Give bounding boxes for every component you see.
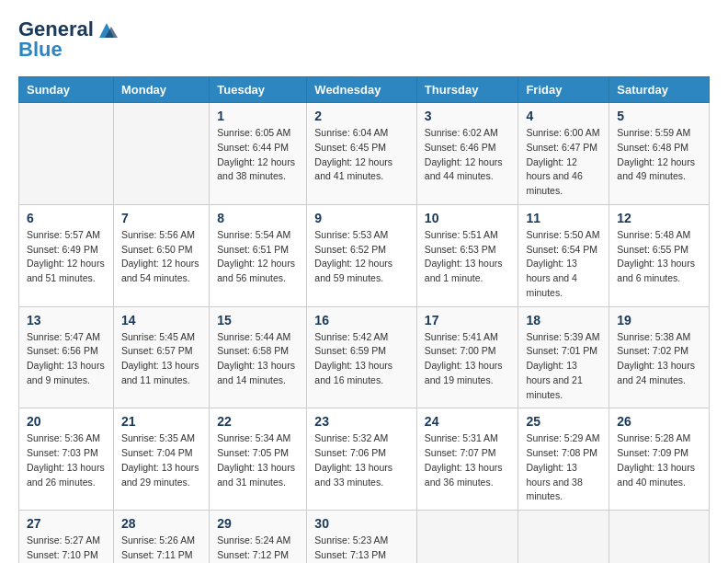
day-details: Sunrise: 5:23 AMSunset: 7:13 PMDaylight:… [314, 534, 409, 563]
day-cell [19, 103, 114, 205]
day-number: 14 [121, 313, 201, 327]
day-details: Sunrise: 5:59 AMSunset: 6:48 PMDaylight:… [617, 126, 701, 184]
day-number: 7 [121, 211, 201, 225]
header-day-saturday: Saturday [609, 77, 710, 103]
day-details: Sunrise: 5:27 AMSunset: 7:10 PMDaylight:… [27, 534, 106, 563]
day-details: Sunrise: 5:47 AMSunset: 6:56 PMDaylight:… [27, 330, 106, 388]
day-cell: 29Sunrise: 5:24 AMSunset: 7:12 PMDayligh… [210, 511, 307, 563]
day-details: Sunrise: 5:42 AMSunset: 6:59 PMDaylight:… [314, 330, 409, 388]
day-details: Sunrise: 5:38 AMSunset: 7:02 PMDaylight:… [617, 330, 701, 388]
day-cell: 5Sunrise: 5:59 AMSunset: 6:48 PMDaylight… [609, 103, 710, 205]
day-number: 9 [314, 211, 409, 225]
day-number: 1 [217, 109, 299, 123]
day-cell: 23Sunrise: 5:32 AMSunset: 7:06 PMDayligh… [307, 408, 417, 511]
day-cell: 17Sunrise: 5:41 AMSunset: 7:00 PMDayligh… [416, 306, 518, 408]
header-day-monday: Monday [113, 77, 209, 103]
day-details: Sunrise: 5:41 AMSunset: 7:00 PMDaylight:… [425, 330, 511, 388]
day-details: Sunrise: 5:45 AMSunset: 6:57 PMDaylight:… [121, 330, 201, 388]
day-cell: 12Sunrise: 5:48 AMSunset: 6:55 PMDayligh… [609, 204, 710, 306]
day-cell: 14Sunrise: 5:45 AMSunset: 6:57 PMDayligh… [113, 306, 209, 408]
day-number: 18 [526, 313, 601, 327]
logo-icon [96, 19, 118, 41]
day-number: 20 [27, 414, 106, 429]
day-number: 8 [217, 211, 299, 225]
day-number: 25 [526, 414, 601, 429]
day-number: 4 [526, 109, 601, 123]
day-details: Sunrise: 5:31 AMSunset: 7:07 PMDaylight:… [425, 431, 511, 489]
day-details: Sunrise: 5:56 AMSunset: 6:50 PMDaylight:… [121, 228, 201, 286]
day-details: Sunrise: 5:28 AMSunset: 7:09 PMDaylight:… [617, 431, 701, 489]
day-details: Sunrise: 6:02 AMSunset: 6:46 PMDaylight:… [425, 126, 511, 184]
day-cell: 13Sunrise: 5:47 AMSunset: 6:56 PMDayligh… [19, 306, 114, 408]
day-cell: 28Sunrise: 5:26 AMSunset: 7:11 PMDayligh… [113, 511, 209, 563]
day-details: Sunrise: 5:39 AMSunset: 7:01 PMDaylight:… [526, 330, 601, 403]
page-header: General Blue [18, 18, 710, 62]
day-details: Sunrise: 5:53 AMSunset: 6:52 PMDaylight:… [314, 228, 409, 286]
day-cell [609, 511, 710, 563]
header-day-thursday: Thursday [416, 77, 518, 103]
day-number: 13 [27, 313, 106, 327]
day-number: 28 [121, 516, 201, 531]
day-cell: 3Sunrise: 6:02 AMSunset: 6:46 PMDaylight… [416, 103, 518, 205]
day-number: 21 [121, 414, 201, 429]
day-number: 2 [314, 109, 409, 123]
day-details: Sunrise: 5:34 AMSunset: 7:05 PMDaylight:… [217, 431, 299, 489]
day-details: Sunrise: 5:35 AMSunset: 7:04 PMDaylight:… [121, 431, 201, 489]
day-cell: 30Sunrise: 5:23 AMSunset: 7:13 PMDayligh… [307, 511, 417, 563]
day-details: Sunrise: 5:24 AMSunset: 7:12 PMDaylight:… [217, 534, 299, 563]
day-number: 15 [217, 313, 299, 327]
day-number: 11 [526, 211, 601, 225]
day-number: 12 [617, 211, 701, 225]
day-cell: 15Sunrise: 5:44 AMSunset: 6:58 PMDayligh… [210, 306, 307, 408]
day-number: 3 [425, 109, 511, 123]
day-cell: 18Sunrise: 5:39 AMSunset: 7:01 PMDayligh… [518, 306, 609, 408]
day-number: 6 [27, 211, 106, 225]
header-day-friday: Friday [518, 77, 609, 103]
day-cell: 9Sunrise: 5:53 AMSunset: 6:52 PMDaylight… [307, 204, 417, 306]
day-details: Sunrise: 5:50 AMSunset: 6:54 PMDaylight:… [526, 228, 601, 301]
day-number: 22 [217, 414, 299, 429]
day-cell [113, 103, 209, 205]
week-row-5: 27Sunrise: 5:27 AMSunset: 7:10 PMDayligh… [19, 511, 710, 563]
day-number: 19 [617, 313, 701, 327]
day-details: Sunrise: 5:51 AMSunset: 6:53 PMDaylight:… [425, 228, 511, 286]
header-day-sunday: Sunday [19, 77, 114, 103]
week-row-2: 6Sunrise: 5:57 AMSunset: 6:49 PMDaylight… [19, 204, 710, 306]
week-row-1: 1Sunrise: 6:05 AMSunset: 6:44 PMDaylight… [19, 103, 710, 205]
day-details: Sunrise: 5:36 AMSunset: 7:03 PMDaylight:… [27, 431, 106, 489]
day-cell: 26Sunrise: 5:28 AMSunset: 7:09 PMDayligh… [609, 408, 710, 511]
day-details: Sunrise: 6:04 AMSunset: 6:45 PMDaylight:… [314, 126, 409, 184]
day-number: 24 [425, 414, 511, 429]
day-cell: 20Sunrise: 5:36 AMSunset: 7:03 PMDayligh… [19, 408, 114, 511]
day-cell: 1Sunrise: 6:05 AMSunset: 6:44 PMDaylight… [210, 103, 307, 205]
day-details: Sunrise: 5:26 AMSunset: 7:11 PMDaylight:… [121, 534, 201, 563]
day-cell: 11Sunrise: 5:50 AMSunset: 6:54 PMDayligh… [518, 204, 609, 306]
day-cell: 7Sunrise: 5:56 AMSunset: 6:50 PMDaylight… [113, 204, 209, 306]
day-cell: 27Sunrise: 5:27 AMSunset: 7:10 PMDayligh… [19, 511, 114, 563]
day-cell: 2Sunrise: 6:04 AMSunset: 6:45 PMDaylight… [307, 103, 417, 205]
calendar-table: SundayMondayTuesdayWednesdayThursdayFrid… [18, 76, 710, 563]
day-cell: 16Sunrise: 5:42 AMSunset: 6:59 PMDayligh… [307, 306, 417, 408]
day-details: Sunrise: 5:32 AMSunset: 7:06 PMDaylight:… [314, 431, 409, 489]
day-number: 17 [425, 313, 511, 327]
header-row: SundayMondayTuesdayWednesdayThursdayFrid… [19, 77, 710, 103]
day-cell [518, 511, 609, 563]
day-details: Sunrise: 5:44 AMSunset: 6:58 PMDaylight:… [217, 330, 299, 388]
day-cell: 8Sunrise: 5:54 AMSunset: 6:51 PMDaylight… [210, 204, 307, 306]
header-day-tuesday: Tuesday [210, 77, 307, 103]
day-details: Sunrise: 6:05 AMSunset: 6:44 PMDaylight:… [217, 126, 299, 184]
day-details: Sunrise: 5:54 AMSunset: 6:51 PMDaylight:… [217, 228, 299, 286]
day-number: 26 [617, 414, 701, 429]
day-cell: 22Sunrise: 5:34 AMSunset: 7:05 PMDayligh… [210, 408, 307, 511]
day-number: 16 [314, 313, 409, 327]
day-number: 29 [217, 516, 299, 531]
day-number: 5 [617, 109, 701, 123]
day-cell: 24Sunrise: 5:31 AMSunset: 7:07 PMDayligh… [416, 408, 518, 511]
week-row-4: 20Sunrise: 5:36 AMSunset: 7:03 PMDayligh… [19, 408, 710, 511]
day-details: Sunrise: 5:29 AMSunset: 7:08 PMDaylight:… [526, 431, 601, 504]
day-details: Sunrise: 5:57 AMSunset: 6:49 PMDaylight:… [27, 228, 106, 286]
day-cell: 6Sunrise: 5:57 AMSunset: 6:49 PMDaylight… [19, 204, 114, 306]
day-cell: 10Sunrise: 5:51 AMSunset: 6:53 PMDayligh… [416, 204, 518, 306]
day-number: 30 [314, 516, 409, 531]
day-number: 23 [314, 414, 409, 429]
